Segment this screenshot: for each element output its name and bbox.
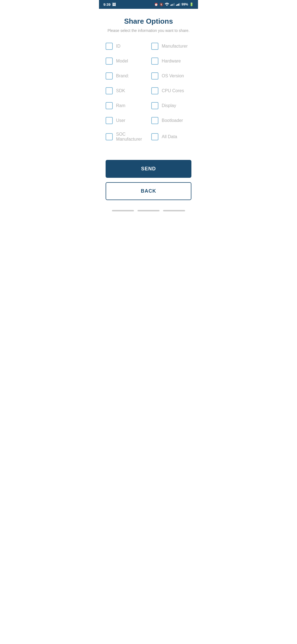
checkbox-label-brand: Brand: — [116, 73, 129, 78]
nav-pill-3 — [163, 210, 185, 211]
checkbox-box-display[interactable] — [151, 102, 158, 109]
wifi-icon — [165, 2, 169, 6]
battery-display: 99% — [182, 2, 188, 6]
checkbox-label-id: ID — [116, 44, 120, 49]
page-subtitle: Please select the information you want t… — [106, 28, 191, 33]
nav-pill-2 — [138, 210, 160, 211]
checkbox-item-sdk[interactable]: SDK — [106, 87, 146, 94]
checkbox-box-model[interactable] — [106, 58, 113, 65]
checkbox-box-soc-manufacturer[interactable] — [106, 133, 113, 140]
checkbox-box-bootloader[interactable] — [151, 117, 158, 124]
checkbox-item-all-data[interactable]: All Data — [151, 132, 191, 142]
checkbox-label-bootloader: Bootloader — [162, 118, 183, 123]
checkbox-box-cpu-cores[interactable] — [151, 87, 158, 94]
checkbox-item-soc-manufacturer[interactable]: SOC Manufacturer — [106, 132, 146, 142]
battery-icon: 🔋 — [189, 2, 194, 6]
signal-icon — [170, 3, 175, 6]
checkbox-label-cpu-cores: CPU Cores — [162, 88, 184, 93]
checkbox-item-ram[interactable]: Ram — [106, 102, 146, 109]
status-icons-area: ⏰ 🔇 99% 🔋 — [154, 2, 194, 6]
checkbox-box-os-version[interactable] — [151, 72, 158, 80]
nav-pill-1 — [112, 210, 134, 211]
checkbox-box-user[interactable] — [106, 117, 113, 124]
checkbox-label-all-data: All Data — [162, 134, 177, 139]
checkbox-label-hardware: Hardware — [162, 59, 181, 64]
mute-icon: 🔇 — [160, 3, 163, 6]
page-title: Share Options — [106, 17, 191, 26]
checkbox-item-display[interactable]: Display — [151, 102, 191, 109]
status-bar: 9:39 🖼 ⏰ 🔇 99% 🔋 — [99, 0, 198, 9]
checkbox-label-ram: Ram — [116, 103, 125, 108]
checkbox-item-brand[interactable]: Brand: — [106, 72, 146, 80]
checkbox-label-manufacturer: Manufacturer — [162, 44, 188, 49]
checkbox-item-bootloader[interactable]: Bootloader — [151, 117, 191, 124]
checkbox-box-manufacturer[interactable] — [151, 43, 158, 50]
image-icon: 🖼 — [112, 2, 116, 7]
buttons-section: SEND BACK — [106, 160, 191, 200]
checkbox-label-os-version: OS Version — [162, 73, 184, 78]
checkbox-box-hardware[interactable] — [151, 58, 158, 65]
alarm-icon: ⏰ — [154, 3, 158, 6]
checkbox-item-model[interactable]: Model — [106, 58, 146, 65]
checkbox-box-all-data[interactable] — [151, 133, 158, 140]
checkbox-box-id[interactable] — [106, 43, 113, 50]
checkbox-item-manufacturer[interactable]: Manufacturer — [151, 43, 191, 50]
back-button[interactable]: BACK — [106, 182, 191, 200]
time-display: 9:39 — [103, 2, 111, 7]
checkbox-item-cpu-cores[interactable]: CPU Cores — [151, 87, 191, 94]
checkbox-label-soc-manufacturer: SOC Manufacturer — [116, 132, 146, 142]
bottom-nav — [99, 207, 198, 215]
checkbox-item-hardware[interactable]: Hardware — [151, 58, 191, 65]
checkbox-item-os-version[interactable]: OS Version — [151, 72, 191, 80]
checkbox-label-model: Model — [116, 59, 128, 64]
checkbox-label-sdk: SDK — [116, 88, 125, 93]
checkbox-box-brand[interactable] — [106, 72, 113, 80]
main-content: Share Options Please select the informat… — [99, 9, 198, 207]
checkbox-label-display: Display — [162, 103, 176, 108]
checkbox-label-user: User — [116, 118, 125, 123]
status-time-area: 9:39 🖼 — [103, 2, 116, 7]
checkbox-box-sdk[interactable] — [106, 87, 113, 94]
options-grid: IDManufacturerModelHardwareBrand:OS Vers… — [106, 43, 191, 142]
checkbox-box-ram[interactable] — [106, 102, 113, 109]
checkbox-item-user[interactable]: User — [106, 117, 146, 124]
checkbox-item-id[interactable]: ID — [106, 43, 146, 50]
send-button[interactable]: SEND — [106, 160, 191, 178]
signal2-icon — [176, 3, 180, 6]
